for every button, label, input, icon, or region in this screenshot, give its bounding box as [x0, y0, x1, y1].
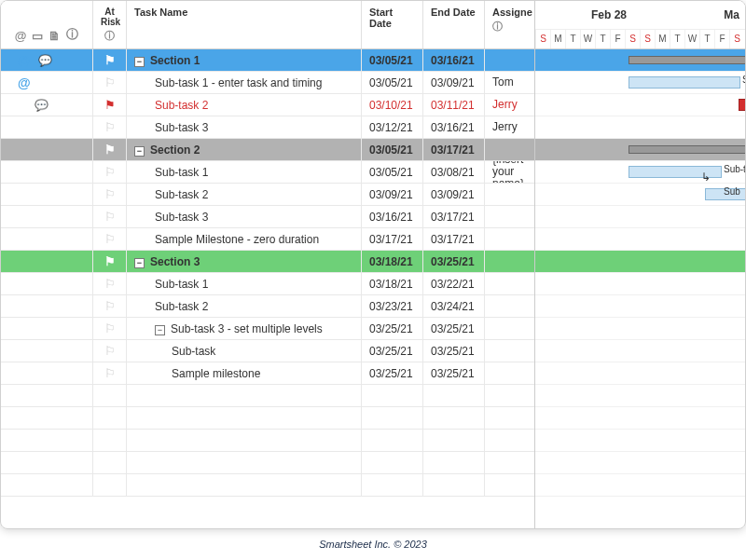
cell-start-date[interactable]: 03/12/21	[361, 116, 422, 138]
cell-end-date[interactable]: 03/25/21	[422, 340, 484, 362]
cell-task-name[interactable]: Sub-task 3	[126, 116, 361, 138]
cell-task-name[interactable]: Sample milestone	[126, 362, 361, 384]
cell-assignee[interactable]	[484, 452, 534, 473]
task-row[interactable]	[1, 407, 534, 430]
gantt-bar[interactable]	[629, 76, 740, 89]
cell-end-date[interactable]: 03/17/21	[422, 206, 484, 227]
cell-assignee[interactable]	[484, 295, 534, 317]
flag-icon[interactable]: ⚐	[104, 232, 116, 246]
flag-icon[interactable]: ⚑	[104, 254, 116, 268]
gantt-chart[interactable]: Feb 28 Ma SMTWTFSSMTWTFS SSub-tSub↳	[535, 1, 745, 528]
cell-end-date[interactable]	[422, 452, 484, 473]
cell-assignee[interactable]	[484, 184, 534, 205]
cell-assignee[interactable]: Jerry	[484, 116, 534, 138]
cell-end-date[interactable]: 03/25/21	[422, 251, 484, 272]
flag-icon[interactable]: ⚐	[104, 210, 116, 224]
cell-start-date[interactable]: 03/05/21	[361, 49, 422, 71]
cell-start-date[interactable]: 03/18/21	[361, 251, 422, 272]
flag-icon[interactable]: ⚐	[104, 366, 116, 380]
cell-atrisk[interactable]: ⚑	[92, 139, 126, 160]
cell-assignee[interactable]	[484, 273, 534, 294]
cell-atrisk[interactable]: ⚑	[92, 251, 126, 272]
cell-task-name[interactable]: Sample Milestone - zero duration	[126, 228, 361, 250]
cell-task-name[interactable]: Sub-task 2	[126, 94, 361, 116]
cell-task-name[interactable]: Sub-task 1	[126, 161, 361, 183]
collapse-toggle[interactable]: −	[134, 258, 145, 268]
cell-start-date[interactable]	[361, 407, 422, 429]
cell-task-name[interactable]: −Sub-task 3 - set multiple levels	[126, 318, 361, 339]
cell-assignee[interactable]	[484, 430, 534, 451]
task-row[interactable]: @⚐Sub-task 1 - enter task and timing03/0…	[1, 72, 534, 94]
task-row[interactable]	[1, 430, 534, 452]
cell-task-name[interactable]: −Section 3	[126, 251, 361, 272]
cell-start-date[interactable]	[361, 474, 422, 496]
gantt-bar[interactable]	[629, 145, 745, 154]
task-row[interactable]: ⚐Sub-task 303/16/2103/17/21	[1, 206, 534, 228]
task-row[interactable]: ⚐−Sub-task 3 - set multiple levels03/25/…	[1, 318, 534, 340]
task-row[interactable]: ⚐Sub-task 203/23/2103/24/21	[1, 295, 534, 318]
cell-end-date[interactable]: 03/09/21	[422, 184, 484, 205]
cell-assignee[interactable]	[484, 139, 534, 160]
cell-task-name[interactable]: Sub-task 1	[126, 273, 361, 294]
cell-start-date[interactable]: 03/05/21	[361, 72, 422, 93]
task-row[interactable]: ⚐Sub-task03/25/2103/25/21	[1, 340, 534, 362]
cell-atrisk[interactable]: ⚑	[92, 94, 126, 116]
cell-atrisk[interactable]	[92, 474, 126, 496]
task-row[interactable]	[1, 474, 534, 497]
cell-start-date[interactable]: 03/18/21	[361, 273, 422, 294]
cell-start-date[interactable]: 03/16/21	[361, 206, 422, 227]
cell-end-date[interactable]	[422, 474, 484, 496]
cell-start-date[interactable]: 03/09/21	[361, 184, 422, 205]
task-row[interactable]: ⚐Sub-task 203/09/2103/09/21	[1, 184, 534, 206]
grid-body[interactable]: @💬⚑−Section 103/05/2103/16/21@⚐Sub-task …	[1, 49, 534, 528]
col-header-start[interactable]: Start Date	[361, 1, 422, 48]
cell-task-name[interactable]	[126, 474, 361, 496]
flag-icon[interactable]: ⚐	[104, 165, 116, 179]
cell-start-date[interactable]	[361, 452, 422, 473]
cell-end-date[interactable]: 03/17/21	[422, 228, 484, 250]
cell-end-date[interactable]: 03/25/21	[422, 362, 484, 384]
collapse-toggle[interactable]: −	[134, 146, 145, 157]
task-row[interactable]: 💬⚑Sub-task 203/10/2103/11/21Jerry	[1, 94, 534, 116]
cell-end-date[interactable]: 03/17/21	[422, 139, 484, 160]
col-header-atrisk[interactable]: At Risk ⓘ	[92, 1, 126, 48]
cell-task-name[interactable]	[126, 452, 361, 473]
cell-start-date[interactable]: 03/23/21	[361, 295, 422, 317]
cell-end-date[interactable]: 03/24/21	[422, 295, 484, 317]
task-row[interactable]: ⚐Sub-task 103/18/2103/22/21	[1, 273, 534, 295]
at-icon[interactable]: @	[18, 53, 31, 68]
cell-atrisk[interactable]	[92, 452, 126, 473]
cell-start-date[interactable]: 03/25/21	[361, 362, 422, 384]
comment-icon[interactable]: 💬	[38, 54, 52, 67]
collapse-toggle[interactable]: −	[134, 57, 145, 67]
cell-atrisk[interactable]: ⚐	[92, 340, 126, 362]
at-icon[interactable]: @	[18, 75, 31, 90]
cell-assignee[interactable]: {insert your name}	[484, 161, 534, 183]
cell-atrisk[interactable]	[92, 385, 126, 406]
cell-task-name[interactable]	[126, 407, 361, 429]
cell-atrisk[interactable]: ⚐	[92, 116, 126, 138]
cell-assignee[interactable]	[484, 228, 534, 250]
cell-atrisk[interactable]: ⚐	[92, 72, 126, 93]
cell-task-name[interactable]: −Section 1	[126, 49, 361, 71]
task-row[interactable]: ⚐Sub-task 103/05/2103/08/21{insert your …	[1, 161, 534, 184]
cell-atrisk[interactable]: ⚐	[92, 318, 126, 339]
cell-atrisk[interactable]: ⚐	[92, 206, 126, 227]
cell-end-date[interactable]: 03/16/21	[422, 116, 484, 138]
task-row[interactable]: ⚐Sample milestone03/25/2103/25/21	[1, 362, 534, 385]
cell-start-date[interactable]	[361, 385, 422, 406]
cell-start-date[interactable]: 03/05/21	[361, 139, 422, 160]
col-header-end[interactable]: End Date	[422, 1, 484, 48]
cell-assignee[interactable]	[484, 318, 534, 339]
col-header-task[interactable]: Task Name	[126, 1, 361, 48]
cell-start-date[interactable]	[361, 430, 422, 451]
flag-icon[interactable]: ⚐	[104, 344, 116, 358]
cell-task-name[interactable]: −Section 2	[126, 139, 361, 160]
cell-start-date[interactable]: 03/10/21	[361, 94, 422, 116]
cell-start-date[interactable]: 03/17/21	[361, 228, 422, 250]
cell-assignee[interactable]	[484, 49, 534, 71]
flag-icon[interactable]: ⚐	[104, 321, 116, 335]
collapse-toggle[interactable]: −	[155, 325, 165, 335]
flag-icon[interactable]: ⚑	[104, 98, 116, 112]
col-header-assignee[interactable]: Assigne ⓘ	[484, 1, 534, 48]
